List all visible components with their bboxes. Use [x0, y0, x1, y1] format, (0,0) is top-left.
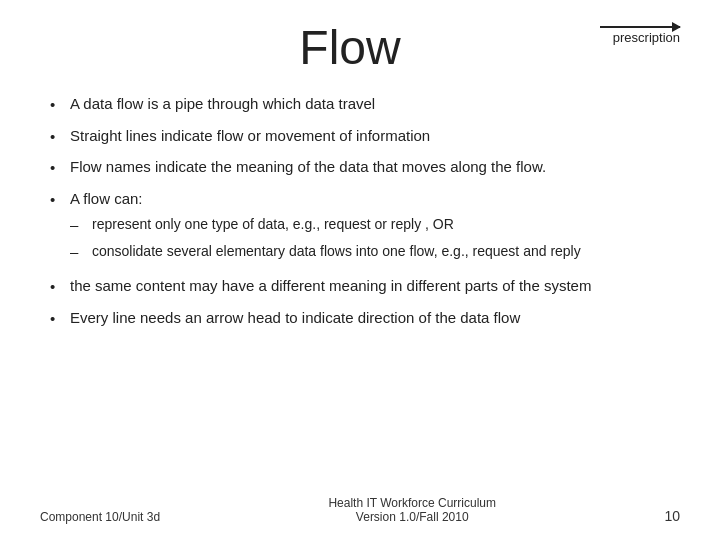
- list-item: • A flow can: – represent only one type …: [50, 188, 680, 268]
- sub-text: represent only one type of data, e.g., r…: [92, 214, 454, 235]
- sub-list-item: – consolidate several elementary data fl…: [70, 241, 581, 264]
- slide: Flow prescription • A data flow is a pip…: [0, 0, 720, 540]
- bullet-icon: •: [50, 126, 70, 149]
- footer-component: Component 10/Unit 3d: [40, 510, 160, 524]
- sub-bullet-list: – represent only one type of data, e.g.,…: [70, 214, 581, 263]
- list-item: • A data flow is a pipe through which da…: [50, 93, 680, 117]
- footer: Component 10/Unit 3d Health IT Workforce…: [0, 496, 720, 524]
- prescription-box: prescription: [600, 20, 680, 45]
- list-item: • Straight lines indicate flow or moveme…: [50, 125, 680, 149]
- bullet-icon: •: [50, 308, 70, 331]
- list-item: • Every line needs an arrow head to indi…: [50, 307, 680, 331]
- bullet-icon: •: [50, 94, 70, 117]
- bullet-text: Straight lines indicate flow or movement…: [70, 125, 430, 148]
- footer-page-number: 10: [664, 508, 680, 524]
- footer-version: Version 1.0/Fall 2010: [328, 510, 496, 524]
- prescription-arrow: [600, 26, 680, 28]
- header-area: Flow prescription: [40, 20, 680, 75]
- dash-icon: –: [70, 214, 92, 237]
- bullet-text: Every line needs an arrow head to indica…: [70, 307, 520, 330]
- list-item: • Flow names indicate the meaning of the…: [50, 156, 680, 180]
- footer-curriculum: Health IT Workforce Curriculum: [328, 496, 496, 510]
- bullet-icon: •: [50, 157, 70, 180]
- main-bullet-list: • A data flow is a pipe through which da…: [50, 93, 680, 330]
- list-item: • the same content may have a different …: [50, 275, 680, 299]
- bullet-icon: •: [50, 276, 70, 299]
- content-area: • A data flow is a pipe through which da…: [40, 93, 680, 330]
- bullet-text: Flow names indicate the meaning of the d…: [70, 156, 546, 179]
- arrow-line-icon: [600, 26, 680, 28]
- sub-text: consolidate several elementary data flow…: [92, 241, 581, 262]
- prescription-label: prescription: [613, 30, 680, 45]
- page-title: Flow: [299, 20, 400, 75]
- footer-center: Health IT Workforce Curriculum Version 1…: [328, 496, 496, 524]
- sub-list-item: – represent only one type of data, e.g.,…: [70, 214, 581, 237]
- dash-icon: –: [70, 241, 92, 264]
- bullet-text: the same content may have a different me…: [70, 275, 591, 298]
- bullet-text: A data flow is a pipe through which data…: [70, 93, 375, 116]
- bullet-text: A flow can:: [70, 190, 143, 207]
- bullet-icon: •: [50, 189, 70, 212]
